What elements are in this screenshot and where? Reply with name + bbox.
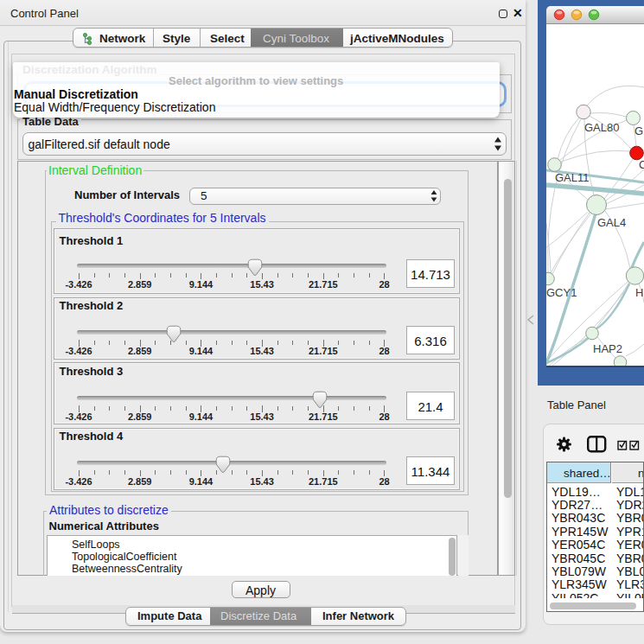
svg-text:HAP2: HAP2: [593, 342, 622, 355]
svg-text:GAL4: GAL4: [597, 216, 626, 229]
svg-text:C: C: [639, 158, 644, 171]
svg-text:G.: G.: [634, 124, 644, 137]
svg-text:GAL80: GAL80: [584, 121, 619, 134]
svg-text:H: H: [635, 286, 643, 299]
svg-text:GCY1: GCY1: [546, 286, 577, 299]
svg-text:GAL11: GAL11: [555, 171, 590, 184]
